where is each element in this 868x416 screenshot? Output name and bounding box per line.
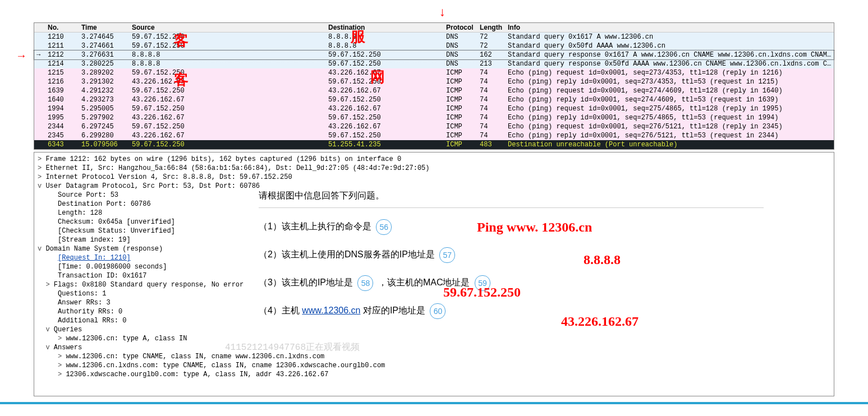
blank-58: 58 xyxy=(357,275,373,291)
packet-row[interactable]: 16394.29123259.67.152.25043.226.162.67IC… xyxy=(34,86,834,95)
cell-destination: 59.67.152.250 xyxy=(326,95,444,104)
packet-row[interactable]: →12123.2766318.8.8.859.67.152.250DNS162S… xyxy=(34,50,834,59)
cell-info: Standard query 0x1617 A www.12306.cn xyxy=(506,33,834,41)
tree-frame[interactable]: > Frame 1212: 162 bytes on wire (1296 bi… xyxy=(38,155,830,164)
packet-row[interactable]: 12163.29130243.226.162.6759.67.152.250IC… xyxy=(34,77,834,86)
cell-length: 74 xyxy=(477,113,506,122)
cell-no: 6343 xyxy=(45,140,79,149)
cell-time: 15.079506 xyxy=(79,140,130,149)
cell-time: 3.276631 xyxy=(79,50,130,59)
cell-no: 1995 xyxy=(45,113,79,122)
cell-protocol: ICMP xyxy=(444,95,477,104)
tree-ethernet[interactable]: > Ethernet II, Src: Hangzhou_5a:66:84 (5… xyxy=(38,164,830,173)
cell-destination: 43.226.162.67 xyxy=(326,68,444,77)
col-source[interactable]: Source xyxy=(130,23,326,32)
row-marker xyxy=(34,95,45,104)
cell-protocol: ICMP xyxy=(444,131,477,140)
cell-protocol: DNS xyxy=(444,50,477,59)
cell-source: 59.67.152.250 xyxy=(130,140,326,149)
row-marker: → xyxy=(34,50,45,59)
cell-length: 483 xyxy=(477,140,506,149)
row-marker xyxy=(34,41,45,50)
row-marker xyxy=(34,77,45,86)
packet-row[interactable]: 12153.28920259.67.152.25043.226.162.67IC… xyxy=(34,68,834,77)
cell-length: 74 xyxy=(477,131,506,140)
cell-length: 72 xyxy=(477,41,506,50)
cell-protocol: ICMP xyxy=(444,86,477,95)
annotation-arrow-row: → xyxy=(16,49,27,62)
row-marker xyxy=(34,113,45,122)
cell-length: 74 xyxy=(477,122,506,131)
cell-time: 4.293273 xyxy=(79,95,130,104)
cell-destination: 59.67.152.250 xyxy=(326,131,444,140)
cell-protocol: ICMP xyxy=(444,104,477,113)
cell-destination: 59.67.152.250 xyxy=(326,77,444,86)
tree-dns-ans2[interactable]: > 12306.xdwscache.ourglb0.com: type A, c… xyxy=(38,370,830,379)
row-marker xyxy=(34,131,45,140)
cell-protocol: ICMP xyxy=(444,68,477,77)
col-no[interactable]: No. xyxy=(45,23,79,32)
question-2: （2）该主机上使用的DNS服务器的IP地址是 57 xyxy=(259,245,764,264)
cell-time: 4.291232 xyxy=(79,86,130,95)
tree-dns-query0[interactable]: > www.12306.cn: type A, class IN xyxy=(38,334,830,343)
row-marker xyxy=(34,68,45,77)
blank-57: 57 xyxy=(439,247,455,263)
cell-length: 213 xyxy=(477,59,506,68)
col-time[interactable]: Time xyxy=(79,23,130,32)
cell-time: 5.295005 xyxy=(79,104,130,113)
tree-dns-ans0[interactable]: > www.12306.cn: type CNAME, class IN, cn… xyxy=(38,352,830,361)
cell-destination: 51.255.41.235 xyxy=(326,140,444,149)
blank-59: 59 xyxy=(475,275,490,291)
tree-ip[interactable]: > Internet Protocol Version 4, Src: 8.8.… xyxy=(38,173,830,182)
row-marker xyxy=(34,122,45,131)
cell-no: 1214 xyxy=(45,59,79,68)
cell-length: 162 xyxy=(477,50,506,59)
bottom-border xyxy=(0,402,868,404)
col-destination[interactable]: Destination xyxy=(326,23,444,32)
cell-destination: 8.8.8.8 xyxy=(326,41,444,50)
cell-source: 8.8.8.8 xyxy=(130,59,326,68)
watermark: 411521214947768正在观看视频 xyxy=(225,343,360,352)
cell-protocol: DNS xyxy=(444,41,477,50)
cell-source: 43.226.162.67 xyxy=(130,77,326,86)
packet-row[interactable]: 12143.2802258.8.8.859.67.152.250DNS213St… xyxy=(34,59,834,68)
row-marker xyxy=(34,86,45,95)
cell-time: 5.297902 xyxy=(79,113,130,122)
cell-protocol: DNS xyxy=(444,33,477,41)
col-length[interactable]: Length xyxy=(477,23,506,32)
cell-destination: 43.226.162.67 xyxy=(326,86,444,95)
tree-dns-ans1[interactable]: > www.12306.cn.lxdns.com: type CNAME, cl… xyxy=(38,361,830,370)
cell-time: 3.274661 xyxy=(79,41,130,50)
packet-row[interactable]: 23456.29928043.226.162.6759.67.152.250IC… xyxy=(34,131,834,140)
cell-info: Echo (ping) request id=0x0001, seq=275/4… xyxy=(506,104,834,113)
cell-no: 1210 xyxy=(45,33,79,41)
packet-row[interactable]: 16404.29327343.226.162.6759.67.152.250IC… xyxy=(34,95,834,104)
packet-row[interactable]: 19955.29790243.226.162.6759.67.152.250IC… xyxy=(34,113,834,122)
cell-time: 6.299280 xyxy=(79,131,130,140)
tree-dns-answers[interactable]: v Answers xyxy=(38,343,830,352)
col-protocol[interactable]: Protocol xyxy=(444,23,477,32)
cell-no: 1211 xyxy=(45,41,79,50)
cell-destination: 59.67.152.250 xyxy=(326,113,444,122)
packet-row[interactable]: 12113.27466159.67.152.2508.8.8.8DNS72Sta… xyxy=(34,41,834,50)
packet-row[interactable]: 23446.29724559.67.152.25043.226.162.67IC… xyxy=(34,122,834,131)
cell-destination: 59.67.152.250 xyxy=(326,59,444,68)
cell-no: 2345 xyxy=(45,131,79,140)
question-1: （1）该主机上执行的命令是 56 xyxy=(259,217,764,236)
cell-destination: 59.67.152.250 xyxy=(326,50,444,59)
packet-list-header: No. Time Source Destination Protocol Len… xyxy=(34,23,834,33)
cell-time: 3.291302 xyxy=(79,77,130,86)
packet-list[interactable]: No. Time Source Destination Protocol Len… xyxy=(34,22,834,150)
packet-row[interactable]: 634315.07950659.67.152.25051.255.41.235I… xyxy=(34,140,834,149)
cell-info: Echo (ping) request id=0x0001, seq=276/5… xyxy=(506,122,834,131)
cell-no: 1216 xyxy=(45,77,79,86)
col-info[interactable]: Info xyxy=(506,23,834,32)
cell-protocol: ICMP xyxy=(444,113,477,122)
cell-time: 3.274645 xyxy=(79,33,130,41)
packet-row[interactable]: 12103.27464559.67.152.2508.8.8.8DNS72Sta… xyxy=(34,33,834,41)
packet-details[interactable]: > Frame 1212: 162 bytes on wire (1296 bi… xyxy=(34,152,834,396)
cell-info: Standard query 0x50fd AAAA www.12306.cn xyxy=(506,41,834,50)
link-12306[interactable]: www.12306.cn xyxy=(302,306,360,315)
cell-info: Echo (ping) reply id=0x0001, seq=276/512… xyxy=(506,131,834,140)
packet-row[interactable]: 19945.29500559.67.152.25043.226.162.67IC… xyxy=(34,104,834,113)
